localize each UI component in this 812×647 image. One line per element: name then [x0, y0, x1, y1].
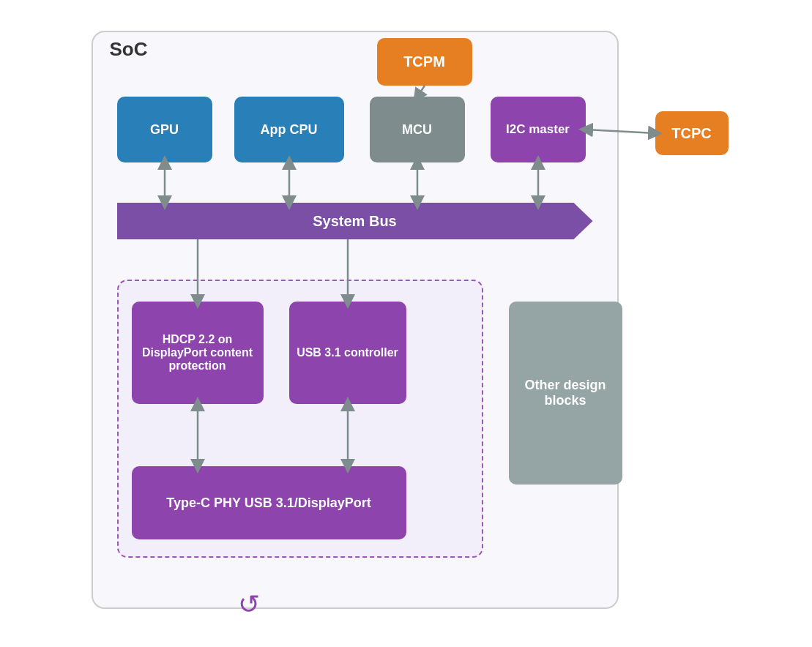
system-bus: System Bus [117, 203, 593, 239]
tcpc-box: TCPC [655, 111, 729, 155]
refresh-icon: ↺ [238, 589, 260, 620]
i2c-box: I2C master [491, 97, 586, 162]
gpu-box: GPU [117, 97, 212, 162]
typeC-box: Type-C PHY USB 3.1/DisplayPort [132, 466, 406, 539]
mcu-box: MCU [370, 97, 465, 162]
hdcp-box: HDCP 2.2 on DisplayPort content protecti… [132, 302, 264, 404]
diagram-wrapper: SoC GPU App CPU TCPM MCU I2C master TCPC… [77, 16, 736, 631]
appcpu-box: App CPU [234, 97, 344, 162]
usb31-box: USB 3.1 controller [289, 302, 406, 404]
other-blocks-box: Other design blocks [509, 302, 622, 485]
soc-label: SoC [110, 38, 148, 61]
tcpm-box: TCPM [377, 38, 472, 86]
